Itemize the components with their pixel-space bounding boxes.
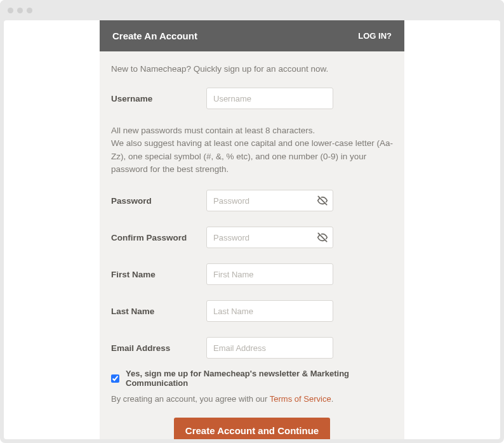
newsletter-checkbox[interactable]	[111, 374, 119, 383]
create-account-button[interactable]: Create Account and Continue	[174, 418, 330, 439]
terms-text: By creating an account, you agree with o…	[111, 394, 393, 404]
username-label: Username	[111, 94, 206, 103]
password-input-wrap	[206, 190, 333, 211]
password-label: Password	[111, 196, 206, 206]
window-dot	[27, 8, 32, 13]
password-row: Password	[111, 190, 393, 211]
last-name-input-wrap	[206, 300, 333, 322]
card-header: Create An Account LOG IN?	[100, 20, 404, 51]
submit-row: Create Account and Continue	[111, 418, 393, 439]
username-row: Username	[111, 88, 393, 109]
browser-titlebar	[0, 0, 504, 20]
browser-content: Create An Account LOG IN? New to Nameche…	[4, 20, 500, 439]
first-name-input-wrap	[206, 263, 333, 285]
confirm-password-input-wrap	[206, 227, 333, 248]
terms-prefix: By creating an account, you agree with o…	[111, 394, 270, 404]
password-note-line2: We also suggest having at least one capi…	[111, 138, 393, 174]
password-note-line1: All new passwords must contain at least …	[111, 126, 315, 135]
signup-card: Create An Account LOG IN? New to Nameche…	[100, 20, 404, 439]
last-name-row: Last Name	[111, 300, 393, 322]
username-input[interactable]	[206, 88, 333, 109]
email-label: Email Address	[111, 343, 206, 353]
password-note: All new passwords must contain at least …	[111, 124, 393, 176]
card-title: Create An Account	[112, 30, 197, 41]
eye-off-icon[interactable]	[317, 232, 328, 243]
first-name-input[interactable]	[206, 263, 333, 285]
first-name-label: First Name	[111, 270, 206, 279]
newsletter-label: Yes, sign me up for Namecheap's newslett…	[126, 369, 393, 388]
email-input-wrap	[206, 337, 333, 359]
username-input-wrap	[206, 88, 333, 109]
browser-frame: Create An Account LOG IN? New to Nameche…	[0, 0, 504, 443]
confirm-password-label: Confirm Password	[111, 233, 206, 242]
confirm-password-input[interactable]	[206, 227, 333, 248]
newsletter-row: Yes, sign me up for Namecheap's newslett…	[111, 369, 393, 388]
window-dot	[8, 8, 13, 13]
last-name-label: Last Name	[111, 307, 206, 316]
window-dot	[17, 8, 23, 13]
email-input[interactable]	[206, 337, 333, 359]
password-input[interactable]	[206, 190, 333, 211]
terms-link[interactable]: Terms of Service	[270, 394, 331, 404]
eye-off-icon[interactable]	[317, 195, 328, 206]
intro-text: New to Namecheap? Quickly sign up for an…	[111, 64, 393, 74]
confirm-password-row: Confirm Password	[111, 227, 393, 248]
last-name-input[interactable]	[206, 300, 333, 322]
email-row: Email Address	[111, 337, 393, 359]
terms-suffix: .	[331, 394, 334, 404]
login-link[interactable]: LOG IN?	[358, 31, 392, 41]
card-body: New to Namecheap? Quickly sign up for an…	[100, 51, 404, 439]
first-name-row: First Name	[111, 263, 393, 285]
